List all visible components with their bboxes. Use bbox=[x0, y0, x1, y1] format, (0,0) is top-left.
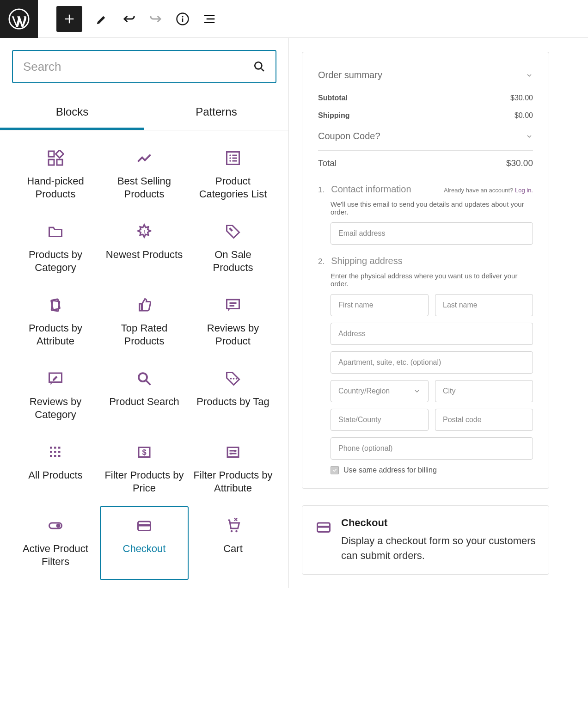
block-label: Products by Category bbox=[16, 248, 95, 274]
tab-patterns[interactable]: Patterns bbox=[144, 96, 288, 130]
list-icon bbox=[225, 150, 241, 166]
card-icon bbox=[136, 517, 153, 534]
block-label: Filter Products by Price bbox=[104, 469, 184, 494]
svg-rect-51 bbox=[204, 15, 215, 16]
search-input[interactable] bbox=[12, 50, 276, 83]
svg-rect-47 bbox=[65, 18, 74, 19]
block-cart[interactable]: Cart bbox=[189, 506, 277, 580]
coupon-toggle[interactable]: Coupon Code? bbox=[318, 124, 533, 150]
price-icon bbox=[136, 444, 153, 460]
burst-icon bbox=[136, 223, 153, 240]
block-on-sale-products[interactable]: On Sale Products bbox=[189, 212, 277, 286]
block-label: Product Categories List bbox=[193, 175, 273, 200]
card-icon bbox=[315, 519, 332, 535]
block-products-by-tag[interactable]: Products by Tag bbox=[189, 359, 277, 433]
block-label: Filter Products by Attribute bbox=[193, 469, 273, 494]
block-label: Active Product Filters bbox=[16, 542, 95, 568]
block-product-categories-list[interactable]: Product Categories List bbox=[189, 139, 277, 212]
filter-icon bbox=[225, 444, 241, 460]
svg-point-54 bbox=[255, 62, 262, 69]
redo-icon bbox=[149, 12, 163, 26]
write-icon bbox=[47, 370, 64, 387]
postal-field[interactable]: Postal code bbox=[435, 409, 533, 431]
block-label: On Sale Products bbox=[193, 248, 273, 274]
block-label: Products by Tag bbox=[196, 395, 269, 408]
apartment-field[interactable]: Apartment, suite, etc. (optional) bbox=[331, 351, 533, 374]
grid-icon bbox=[47, 150, 64, 166]
block-label: Reviews by Product bbox=[193, 322, 273, 347]
tagdots-icon bbox=[225, 370, 241, 387]
undo-icon[interactable] bbox=[122, 12, 136, 26]
block-label: Best Selling Products bbox=[104, 175, 184, 200]
first-name-field[interactable]: First name bbox=[331, 294, 429, 316]
block-top-rated-products[interactable]: Top Rated Products bbox=[100, 286, 189, 359]
block-best-selling-products[interactable]: Best Selling Products bbox=[100, 139, 189, 212]
email-field[interactable]: Email address bbox=[331, 222, 533, 245]
chevron-down-icon bbox=[413, 387, 421, 395]
block-hand-picked-products[interactable]: Hand-picked Products bbox=[11, 139, 100, 212]
same-address-checkbox[interactable]: Use same address for billing bbox=[331, 466, 533, 474]
cards-icon bbox=[47, 297, 64, 313]
block-description: Checkout Display a checkout form so your… bbox=[302, 505, 549, 575]
block-products-by-attribute[interactable]: Products by Attribute bbox=[11, 286, 100, 359]
block-active-product-filters[interactable]: Active Product Filters bbox=[11, 506, 100, 580]
state-field[interactable]: State/County bbox=[331, 409, 429, 431]
tab-blocks[interactable]: Blocks bbox=[0, 96, 144, 130]
order-summary-toggle[interactable]: Order summary bbox=[318, 63, 533, 89]
block-checkout[interactable]: Checkout bbox=[100, 506, 189, 580]
edit-icon[interactable] bbox=[95, 12, 109, 26]
checkout-preview: Order summary Subtotal$30.00 Shipping$0.… bbox=[302, 52, 549, 489]
phone-field[interactable]: Phone (optional) bbox=[331, 437, 533, 460]
toggle-icon bbox=[47, 517, 64, 534]
login-link[interactable]: Log in. bbox=[515, 187, 533, 194]
outline-icon[interactable] bbox=[202, 12, 216, 26]
svg-rect-52 bbox=[207, 18, 215, 19]
top-toolbar bbox=[0, 0, 588, 38]
block-label: Top Rated Products bbox=[104, 322, 184, 347]
add-block-button[interactable] bbox=[56, 6, 82, 32]
chevron-down-icon bbox=[526, 133, 533, 140]
info-icon[interactable] bbox=[176, 12, 190, 26]
svg-line-55 bbox=[261, 68, 263, 71]
search-icon bbox=[136, 370, 153, 387]
svg-point-49 bbox=[182, 16, 183, 17]
block-filter-by-price[interactable]: Filter Products by Price bbox=[100, 433, 189, 506]
thumb-icon bbox=[136, 297, 153, 313]
block-filter-by-attribute[interactable]: Filter Products by Attribute bbox=[189, 433, 277, 506]
block-label: All Products bbox=[28, 469, 82, 482]
block-label: Cart bbox=[223, 542, 243, 555]
block-label: Reviews by Category bbox=[16, 395, 95, 421]
block-label: Products by Attribute bbox=[16, 322, 95, 347]
svg-rect-50 bbox=[182, 18, 184, 22]
block-inserter-sidebar: Blocks Patterns Hand-picked ProductsBest… bbox=[0, 38, 289, 588]
block-product-search[interactable]: Product Search bbox=[100, 359, 189, 433]
block-label: Newest Products bbox=[106, 248, 183, 261]
preview-pane: ut e / to c Order summary Subtotal$30.00… bbox=[289, 38, 588, 588]
block-products-by-category[interactable]: Products by Category bbox=[11, 212, 100, 286]
address-field[interactable]: Address bbox=[331, 323, 533, 345]
block-reviews-by-product[interactable]: Reviews by Product bbox=[189, 286, 277, 359]
block-label: Checkout bbox=[123, 542, 166, 555]
block-newest-products[interactable]: Newest Products bbox=[100, 212, 189, 286]
svg-rect-53 bbox=[204, 22, 215, 23]
cart-icon bbox=[225, 517, 241, 534]
country-select[interactable]: Country/Region bbox=[331, 380, 429, 402]
block-label: Hand-picked Products bbox=[16, 175, 95, 200]
block-all-products[interactable]: All Products bbox=[11, 433, 100, 506]
comment-icon bbox=[225, 297, 241, 313]
block-label: Product Search bbox=[109, 395, 179, 408]
trend-icon bbox=[136, 150, 153, 166]
tag-icon bbox=[225, 223, 241, 240]
folder-icon bbox=[47, 223, 64, 240]
city-field[interactable]: City bbox=[435, 380, 533, 402]
last-name-field[interactable]: Last name bbox=[435, 294, 533, 316]
wordpress-logo[interactable] bbox=[0, 0, 38, 38]
chevron-down-icon bbox=[526, 72, 533, 79]
block-reviews-by-category[interactable]: Reviews by Category bbox=[11, 359, 100, 433]
search-icon bbox=[253, 61, 265, 73]
dots-icon bbox=[47, 444, 64, 460]
